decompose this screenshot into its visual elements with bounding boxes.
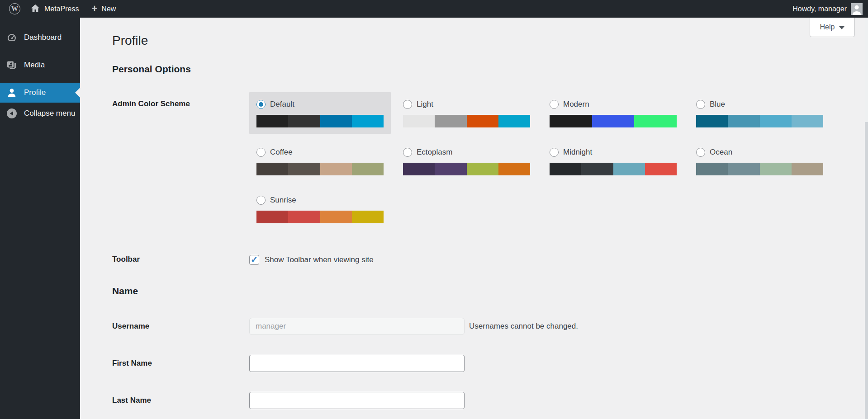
color-swatch [320,163,352,175]
color-swatch [581,163,613,175]
radio-midnight[interactable] [550,148,559,157]
name-heading: Name [112,285,868,297]
help-label: Help [820,23,835,31]
color-swatch [288,115,320,127]
collapse-menu-button[interactable]: Collapse menu [0,104,80,123]
username-note: Usernames cannot be changed. [469,322,578,331]
color-scheme-swatches-blue [696,115,823,127]
color-swatch [435,115,466,127]
radio-default[interactable] [256,100,266,109]
sidebar-item-label: Media [24,61,45,70]
color-scheme-swatches-ocean [696,163,823,175]
help-button[interactable]: Help [810,18,855,37]
sidebar-item-media[interactable]: Media [0,55,80,75]
radio-ocean[interactable] [696,148,705,157]
personal-options-heading: Personal Options [112,63,868,75]
color-swatch [467,163,498,175]
color-scheme-swatches-coffee [256,163,384,175]
color-scheme-option-midnight[interactable]: Midnight [542,140,684,182]
color-swatch [728,115,759,127]
username-input[interactable] [249,318,465,335]
admin-color-scheme-row: Admin Color Scheme DefaultLightModernBlu… [112,92,868,230]
color-scheme-option-ocean[interactable]: Ocean [689,140,830,182]
color-scheme-option-blue[interactable]: Blue [689,92,830,134]
color-scheme-option-label: Blue [710,100,725,109]
collapse-icon [6,108,17,119]
color-swatch [256,115,288,127]
home-icon [30,3,40,15]
color-scheme-option-label: Sunrise [270,196,296,205]
sidebar-item-profile[interactable]: Profile [0,83,80,103]
color-swatch [550,163,581,175]
first-name-label: First Name [112,359,249,368]
color-scheme-option-label: Default [270,100,294,109]
radio-coffee[interactable] [256,148,266,157]
howdy-text: Howdy, manager [792,5,847,13]
admin-color-scheme-label: Admin Color Scheme [112,92,249,230]
color-swatch [634,115,677,127]
color-swatch [592,115,635,127]
color-swatch [728,163,759,175]
last-name-input[interactable] [249,392,465,409]
active-item-arrow-icon [75,88,80,98]
color-scheme-option-label: Light [417,100,433,109]
color-scheme-swatches-light [403,115,530,127]
color-scheme-option-modern[interactable]: Modern [542,92,684,134]
sidebar-item-label: Dashboard [24,33,62,42]
account-menu[interactable]: Howdy, manager [792,3,868,15]
color-scheme-option-default[interactable]: Default [249,92,391,134]
avatar [851,3,863,15]
color-swatch [288,211,320,223]
wordpress-logo-menu[interactable]: W [5,0,24,18]
main-content: Help Profile Personal Options Admin Colo… [80,18,868,419]
color-swatch [760,115,792,127]
new-content-button[interactable]: + New [85,0,122,18]
new-label: New [101,5,116,13]
page-title: Profile [112,33,868,48]
last-name-row: Last Name [112,392,868,409]
color-swatch [792,115,823,127]
last-name-label: Last Name [112,396,249,405]
radio-blue[interactable] [696,100,705,109]
color-swatch [760,163,792,175]
color-scheme-grid: DefaultLightModernBlueCoffeeEctoplasmMid… [249,92,835,230]
color-swatch [792,163,823,175]
sidebar-item-dashboard[interactable]: Dashboard [0,28,80,47]
radio-light[interactable] [403,100,412,109]
user-icon [6,87,17,98]
toolbar-row: Toolbar Show Toolbar when viewing site [112,255,868,265]
color-scheme-swatches-midnight [550,163,677,175]
toolbar-label: Toolbar [112,255,249,264]
wordpress-logo-icon: W [9,3,20,14]
scrollbar-thumb[interactable] [865,18,868,122]
radio-sunrise[interactable] [256,196,266,205]
color-scheme-option-coffee[interactable]: Coffee [249,140,391,182]
color-swatch [352,163,384,175]
color-scheme-option-label: Modern [563,100,589,109]
color-swatch [256,211,288,223]
color-swatch [403,163,435,175]
color-swatch [645,163,677,175]
color-swatch [498,115,530,127]
admin-sidebar: Dashboard Media Profile Collapse menu [0,18,80,419]
color-scheme-option-label: Midnight [563,148,592,157]
vertical-scrollbar[interactable] [865,18,868,419]
radio-modern[interactable] [550,100,559,109]
color-scheme-swatches-ectoplasm [403,163,530,175]
site-link[interactable]: MetaPress [24,0,85,18]
color-scheme-option-ectoplasm[interactable]: Ectoplasm [396,140,537,182]
radio-ectoplasm[interactable] [403,148,412,157]
first-name-input[interactable] [249,355,465,372]
plus-icon: + [91,4,97,14]
collapse-menu-label: Collapse menu [24,109,75,118]
color-swatch [352,115,384,127]
sidebar-item-label: Profile [24,88,46,97]
show-toolbar-checkbox[interactable] [249,255,259,265]
color-scheme-option-sunrise[interactable]: Sunrise [249,188,391,230]
color-swatch [696,163,728,175]
site-name: MetaPress [44,5,79,13]
show-toolbar-checkbox-label: Show Toolbar when viewing site [265,255,374,264]
color-swatch [467,115,498,127]
color-scheme-option-light[interactable]: Light [396,92,537,134]
color-swatch [498,163,530,175]
